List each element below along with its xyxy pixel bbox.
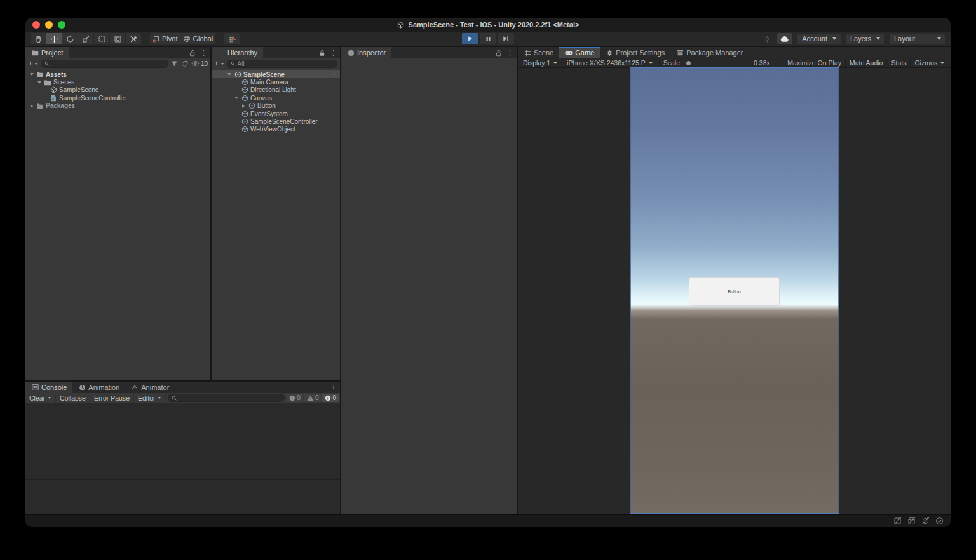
tree-row-webviewobject[interactable]: WebViewObject <box>212 126 340 133</box>
layout-dropdown[interactable]: Layout <box>890 34 946 44</box>
pivot-toggle-button[interactable]: Pivot <box>150 33 180 44</box>
collab-sync-disabled-icon[interactable] <box>921 516 930 526</box>
hand-tool-button[interactable] <box>30 33 46 44</box>
console-search-input[interactable] <box>179 394 281 401</box>
gizmos-dropdown[interactable]: Gizmos <box>910 59 948 67</box>
zoom-window-button[interactable] <box>58 21 65 29</box>
tree-row-assets[interactable]: Assets <box>25 70 210 78</box>
tab-animation[interactable]: Animation <box>72 382 125 393</box>
mute-audio-toggle[interactable]: Mute Audio <box>845 59 887 67</box>
panel-menu-icon[interactable]: ⋮ <box>330 383 337 392</box>
scale-label: Scale <box>663 59 680 67</box>
global-toggle-button[interactable]: Global <box>180 33 215 44</box>
game-viewport[interactable]: Button <box>630 68 838 513</box>
expand-arrow-icon[interactable] <box>227 73 231 76</box>
chevron-down-icon <box>876 37 880 40</box>
rotate-tool-button[interactable] <box>62 33 78 44</box>
scale-slider-knob[interactable] <box>686 61 691 65</box>
gamepad-icon <box>565 49 573 57</box>
warning-count-toggle[interactable]: ! 0 <box>304 394 322 402</box>
filter-by-type-icon[interactable] <box>171 60 179 67</box>
maximize-on-play-toggle[interactable]: Maximize On Play <box>783 59 845 67</box>
background-tasks-idle-icon[interactable] <box>935 516 944 526</box>
move-tool-button[interactable] <box>46 33 62 44</box>
filter-by-label-icon[interactable] <box>181 60 189 67</box>
create-gameobject-button[interactable]: + <box>214 60 224 67</box>
panel-menu-icon[interactable]: ⋮ <box>330 49 337 57</box>
resolution-dropdown[interactable]: iPhone X/XS 2436x1125 P <box>564 59 655 67</box>
hierarchy-search-field[interactable] <box>227 60 337 68</box>
csharp-script-icon: # <box>50 94 57 102</box>
tab-project[interactable]: Project <box>25 47 69 58</box>
tree-row-samplescenecontroller-asset[interactable]: # SampleSceneController <box>25 94 210 102</box>
tree-row-button[interactable]: Button <box>212 102 340 110</box>
console-log-list[interactable] <box>25 403 340 480</box>
chevron-down-icon <box>940 62 944 64</box>
scale-tool-button[interactable] <box>78 33 93 44</box>
tree-row-directional-light[interactable]: Directional Light <box>212 86 340 94</box>
minimize-window-button[interactable] <box>45 21 53 29</box>
svg-text:!: ! <box>327 396 329 400</box>
tree-row-samplescenecontroller[interactable]: SampleSceneController <box>212 117 340 125</box>
tab-package-manager[interactable]: Package Manager <box>670 47 749 58</box>
scene-options-icon[interactable]: ⋮ <box>330 70 337 79</box>
hidden-packages-toggle[interactable]: 10 <box>191 60 208 67</box>
tree-row-samplescene-asset[interactable]: SampleScene <box>25 86 210 94</box>
expand-arrow-icon[interactable] <box>234 97 238 99</box>
create-asset-button[interactable]: + <box>28 60 38 67</box>
toolbar-right-controls: Account Layers Layout <box>762 33 946 44</box>
tab-scene[interactable]: Scene <box>518 47 559 58</box>
hierarchy-search-input[interactable] <box>238 60 334 67</box>
game-ui-button[interactable]: Button <box>689 277 780 306</box>
collapse-arrow-icon[interactable] <box>30 104 33 108</box>
project-search-input[interactable] <box>51 60 165 67</box>
collapse-button[interactable]: Collapse <box>56 393 90 403</box>
info-count-toggle[interactable]: ! 0 <box>287 394 303 402</box>
expand-arrow-icon[interactable] <box>30 73 34 76</box>
tab-hierarchy[interactable]: Hierarchy <box>212 47 263 58</box>
clear-button[interactable]: Clear <box>25 393 56 403</box>
collapse-arrow-icon[interactable] <box>242 104 245 108</box>
tab-animator[interactable]: Animator <box>125 382 175 393</box>
tree-row-scenes[interactable]: Scenes <box>25 78 210 86</box>
lock-icon[interactable] <box>318 49 326 57</box>
pause-button[interactable] <box>480 33 496 44</box>
layers-dropdown[interactable]: Layers <box>846 34 884 44</box>
tab-project-settings[interactable]: Project Settings <box>600 47 670 58</box>
editor-dropdown[interactable]: Editor <box>134 393 166 403</box>
scale-slider-track[interactable] <box>682 63 751 63</box>
tree-row-main-camera[interactable]: Main Camera <box>212 78 340 86</box>
error-pause-button[interactable]: Error Pause <box>90 393 134 403</box>
unlock-icon[interactable] <box>495 49 503 57</box>
play-button[interactable] <box>462 33 478 44</box>
tree-row-eventsystem[interactable]: EventSystem <box>212 110 340 117</box>
display-dropdown[interactable]: Display 1 <box>520 59 560 67</box>
cloud-services-button[interactable] <box>777 33 792 44</box>
tree-row-samplescene[interactable]: SampleScene ⋮ <box>212 70 340 78</box>
panel-menu-icon[interactable]: ⋮ <box>506 49 513 57</box>
custom-tool-button[interactable] <box>126 33 141 44</box>
step-button[interactable] <box>498 33 514 44</box>
grid-snap-button[interactable] <box>224 33 240 44</box>
unlock-icon[interactable] <box>189 49 196 57</box>
tree-row-packages[interactable]: Packages <box>25 102 210 110</box>
project-search-field[interactable] <box>41 60 168 68</box>
tree-row-canvas[interactable]: Canvas <box>212 94 340 102</box>
tab-game[interactable]: Game <box>559 47 600 58</box>
stats-toggle[interactable]: Stats <box>886 59 910 67</box>
console-search-field[interactable] <box>168 394 285 402</box>
auto-refresh-disabled-icon[interactable] <box>893 516 902 526</box>
inspector-empty-body <box>341 58 517 514</box>
transform-combined-tool-button[interactable] <box>110 33 125 44</box>
game-view-toolbar: Display 1 iPhone X/XS 2436x1125 P Scale … <box>518 58 951 68</box>
preferences-brightness-icon[interactable] <box>762 34 772 44</box>
tab-inspector[interactable]: i Inspector <box>341 47 391 58</box>
account-dropdown[interactable]: Account <box>797 34 841 44</box>
rect-tool-button[interactable] <box>94 33 109 44</box>
close-window-button[interactable] <box>32 21 40 29</box>
error-count-toggle[interactable]: ! 0 <box>322 394 339 402</box>
panel-menu-icon[interactable]: ⋮ <box>200 49 207 57</box>
expand-arrow-icon[interactable] <box>37 81 41 84</box>
tab-console[interactable]: Console <box>25 382 72 393</box>
cache-server-disconnected-icon[interactable] <box>907 516 916 526</box>
